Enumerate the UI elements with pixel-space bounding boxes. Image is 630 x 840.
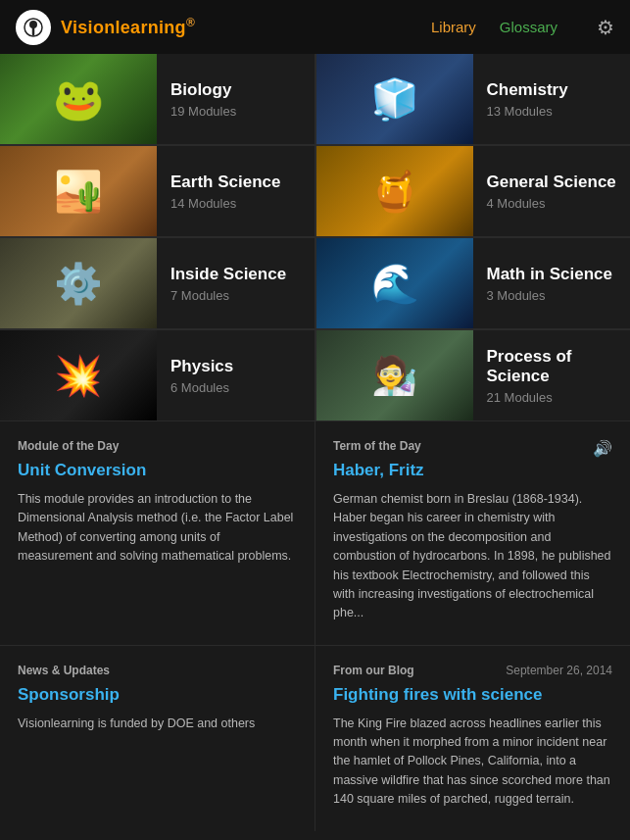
term-of-day-panel: Term of the Day 🔊 Haber, Fritz German ch… xyxy=(315,421,630,645)
news-body: Visionlearning is funded by DOE and othe… xyxy=(18,715,297,733)
subject-thumb-chemistry xyxy=(316,54,473,144)
subject-thumb-inside-science xyxy=(0,238,157,328)
term-of-day-title[interactable]: Haber, Fritz xyxy=(333,461,612,480)
term-of-day-title-row: Term of the Day 🔊 xyxy=(333,439,612,461)
subject-card-biology[interactable]: Biology19 Modules xyxy=(0,54,315,144)
subject-name-physics: Physics xyxy=(170,357,301,376)
term-of-day-label: Term of the Day xyxy=(333,439,421,453)
subject-name-chemistry: Chemistry xyxy=(487,80,617,100)
subject-card-process-of-science[interactable]: Process of Science21 Modules xyxy=(316,330,631,420)
speaker-icon[interactable]: 🔊 xyxy=(593,439,612,458)
panel-row-2: News & Updates Sponsorship Visionlearnin… xyxy=(0,645,630,831)
term-of-day-body: German chemist born in Breslau (1868-193… xyxy=(333,490,612,623)
subject-modules-earth-science: 14 Modules xyxy=(170,196,301,211)
news-panel: News & Updates Sponsorship Visionlearnin… xyxy=(0,646,315,831)
module-of-day-label: Module of the Day xyxy=(18,439,297,453)
nav-library[interactable]: Library xyxy=(431,19,476,35)
subject-modules-general-science: 4 Modules xyxy=(487,196,617,211)
subject-info-earth-science: Earth Science14 Modules xyxy=(157,173,315,211)
subject-modules-math-in-science: 3 Modules xyxy=(487,288,617,303)
subject-card-math-in-science[interactable]: Math in Science3 Modules xyxy=(316,238,631,328)
blog-panel: From our Blog September 26, 2014 Fightin… xyxy=(315,646,630,831)
news-label: News & Updates xyxy=(18,664,297,677)
subject-modules-physics: 6 Modules xyxy=(170,380,301,395)
subject-thumb-general-science xyxy=(316,146,473,236)
subject-thumb-physics xyxy=(0,330,157,420)
nav-links: Library Glossary ⚙ xyxy=(431,18,614,37)
subject-name-inside-science: Inside Science xyxy=(170,265,301,284)
subject-modules-process-of-science: 21 Modules xyxy=(487,390,617,405)
module-of-day-panel: Module of the Day Unit Conversion This m… xyxy=(0,421,315,645)
subject-card-physics[interactable]: Physics6 Modules xyxy=(0,330,315,420)
subject-name-math-in-science: Math in Science xyxy=(487,265,617,284)
subject-name-process-of-science: Process of Science xyxy=(487,347,617,386)
subject-modules-inside-science: 7 Modules xyxy=(170,288,301,303)
module-of-day-body: This module provides an introduction to … xyxy=(18,490,297,567)
subject-info-physics: Physics6 Modules xyxy=(157,357,315,395)
nav-glossary[interactable]: Glossary xyxy=(500,19,557,35)
subject-info-inside-science: Inside Science7 Modules xyxy=(157,265,315,303)
logo-area: Visionlearning® xyxy=(16,10,431,45)
subject-grid: Biology19 ModulesChemistry13 ModulesEart… xyxy=(0,54,630,420)
subject-thumb-math-in-science xyxy=(316,238,473,328)
settings-button[interactable]: ⚙ xyxy=(597,18,614,37)
news-title[interactable]: Sponsorship xyxy=(18,685,297,705)
blog-date: September 26, 2014 xyxy=(506,664,612,677)
subject-card-general-science[interactable]: General Science4 Modules xyxy=(316,146,631,236)
subject-card-chemistry[interactable]: Chemistry13 Modules xyxy=(316,54,631,144)
subject-thumb-earth-science xyxy=(0,146,157,236)
subject-info-chemistry: Chemistry13 Modules xyxy=(473,80,631,119)
subject-thumb-biology xyxy=(0,54,157,144)
blog-body: The King Fire blazed across headlines ea… xyxy=(333,715,612,810)
subject-info-general-science: General Science4 Modules xyxy=(473,173,631,211)
subject-card-inside-science[interactable]: Inside Science7 Modules xyxy=(0,238,315,328)
subject-modules-chemistry: 13 Modules xyxy=(487,104,617,119)
blog-title[interactable]: Fighting fires with science xyxy=(333,685,612,705)
logo-text: Visionlearning® xyxy=(61,16,195,38)
subject-modules-biology: 19 Modules xyxy=(170,104,301,119)
subject-name-biology: Biology xyxy=(170,80,301,100)
subject-info-math-in-science: Math in Science3 Modules xyxy=(473,265,631,303)
app-header: Visionlearning® Library Glossary ⚙ xyxy=(0,0,630,54)
subject-name-general-science: General Science xyxy=(487,173,617,192)
logo-icon xyxy=(16,10,51,45)
subject-name-earth-science: Earth Science xyxy=(170,173,301,192)
bottom-panels: Module of the Day Unit Conversion This m… xyxy=(0,420,630,831)
panel-row-1: Module of the Day Unit Conversion This m… xyxy=(0,420,630,645)
module-of-day-title[interactable]: Unit Conversion xyxy=(18,461,297,480)
blog-header-row: From our Blog September 26, 2014 xyxy=(333,664,612,685)
blog-label: From our Blog xyxy=(333,664,414,677)
subject-card-earth-science[interactable]: Earth Science14 Modules xyxy=(0,146,315,236)
subject-thumb-process-of-science xyxy=(316,330,473,420)
subject-info-biology: Biology19 Modules xyxy=(157,80,315,119)
subject-info-process-of-science: Process of Science21 Modules xyxy=(473,347,631,405)
